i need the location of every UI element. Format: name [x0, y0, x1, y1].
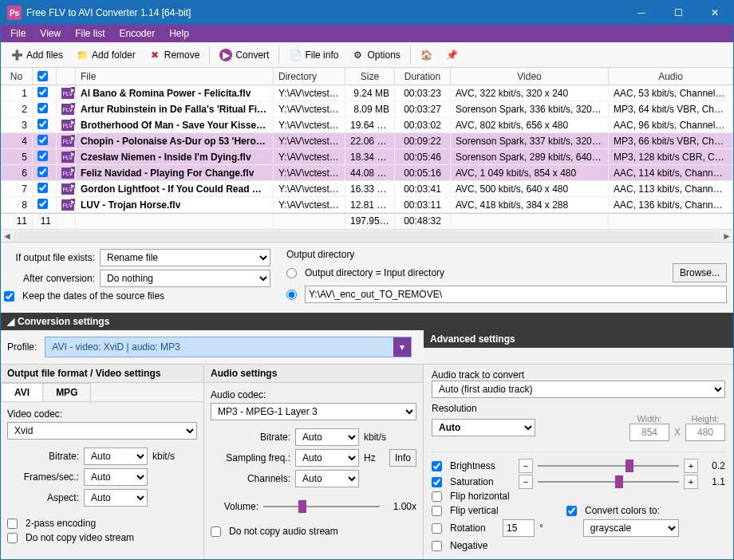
- minimize-button[interactable]: ─: [623, 1, 660, 25]
- add-folder-button[interactable]: 📁Add folder: [71, 46, 140, 64]
- vcodec-select[interactable]: Xvid: [7, 422, 197, 440]
- brightness-minus[interactable]: −: [519, 459, 533, 473]
- path-radio[interactable]: [286, 290, 297, 300]
- table-row[interactable]: 8FLVLUV - Trojan Horse.flvY:\AV\vctest\f…: [1, 197, 733, 213]
- home-button[interactable]: 🏠: [416, 46, 438, 64]
- col-size[interactable]: Size: [345, 68, 395, 85]
- keep-dates-label: Keep the dates of the source files: [22, 290, 164, 302]
- channels-select[interactable]: Auto: [295, 470, 359, 487]
- grid-summary: 11 11 197.95 MB 00:48:32: [1, 213, 733, 229]
- menu-file[interactable]: File: [4, 26, 32, 41]
- res-select[interactable]: Auto: [432, 419, 535, 436]
- abitrate-select[interactable]: Auto: [295, 428, 359, 446]
- saturation-minus[interactable]: −: [519, 475, 533, 489]
- h-scrollbar[interactable]: ◄ ►: [1, 229, 733, 242]
- fps-select[interactable]: Auto: [84, 468, 148, 486]
- row-check[interactable]: [37, 135, 48, 145]
- info-button[interactable]: Info: [389, 449, 416, 467]
- convert-colors-check[interactable]: [566, 506, 577, 516]
- options-button[interactable]: ⚙Options: [346, 46, 404, 64]
- close-button[interactable]: ✕: [697, 1, 733, 25]
- remove-icon: ✖: [148, 49, 161, 61]
- pin-button[interactable]: 📌: [441, 46, 464, 64]
- titlebar: Ps Free FLV to AVI Converter 1.14 [64-bi…: [1, 1, 733, 25]
- if-exists-label: If output file exists:: [7, 252, 95, 263]
- table-row[interactable]: 6FLVFeliz Navidad - Playing For Change.f…: [1, 165, 733, 181]
- col-dur[interactable]: Duration: [395, 68, 451, 85]
- same-dir-radio[interactable]: [286, 268, 297, 278]
- scroll-left-icon[interactable]: ◄: [1, 231, 14, 242]
- chevron-down-icon: ▾: [393, 337, 411, 357]
- saturation-slider[interactable]: [538, 475, 679, 488]
- twopass-check[interactable]: [7, 519, 18, 529]
- col-aud[interactable]: Audio: [609, 68, 733, 85]
- scroll-right-icon[interactable]: ►: [720, 231, 733, 242]
- browse-button[interactable]: Browse...: [673, 263, 727, 282]
- remove-button[interactable]: ✖Remove: [144, 46, 205, 64]
- tab-mpg[interactable]: MPG: [42, 383, 91, 401]
- menu-filelist[interactable]: File list: [69, 26, 111, 41]
- output-panel: If output file exists: Rename file After…: [1, 243, 733, 313]
- brightness-slider[interactable]: [538, 459, 679, 472]
- table-row[interactable]: 1FLVAl Bano & Romina Power - Felicita.fl…: [1, 85, 733, 101]
- flv-icon: FLV: [61, 104, 74, 115]
- grayscale-select[interactable]: grayscale: [583, 519, 679, 537]
- table-row[interactable]: 4FLVChopin - Polonaise As-Dur op 53 'Her…: [1, 133, 733, 149]
- vcodec-label: Video codec:: [7, 408, 197, 420]
- res-label: Resolution: [432, 403, 725, 414]
- row-check[interactable]: [37, 87, 48, 97]
- check-all[interactable]: [37, 71, 48, 81]
- col-file[interactable]: File: [76, 68, 274, 85]
- acodec-select[interactable]: MP3 - MPEG-1 Layer 3: [211, 403, 416, 420]
- flv-icon: FLV: [61, 120, 74, 131]
- abitrate-label: Bitrate:: [211, 432, 290, 443]
- table-row[interactable]: 3FLVBrotherhood Of Man - Save Your Kisse…: [1, 117, 733, 133]
- convert-button[interactable]: ▶Convert: [215, 46, 274, 64]
- fliph-check[interactable]: [432, 491, 442, 502]
- if-exists-select[interactable]: Rename file: [100, 249, 270, 266]
- keep-dates-check[interactable]: [4, 291, 14, 302]
- row-check[interactable]: [37, 151, 48, 161]
- volume-slider[interactable]: [263, 500, 380, 513]
- rotation-check[interactable]: [432, 523, 442, 534]
- table-row[interactable]: 7FLVGordon Lightfoot - If You Could Read…: [1, 181, 733, 197]
- nocopy-audio-check[interactable]: [211, 526, 221, 537]
- row-check[interactable]: [37, 199, 48, 209]
- row-check[interactable]: [37, 103, 48, 113]
- outdir-input[interactable]: [305, 286, 727, 303]
- freq-select[interactable]: Auto: [295, 449, 359, 467]
- negative-check[interactable]: [432, 541, 442, 551]
- conversion-header[interactable]: ◢Conversion settings: [1, 313, 733, 330]
- table-row[interactable]: 2FLVArtur Rubinstein in De Falla's 'Ritu…: [1, 101, 733, 117]
- row-check[interactable]: [37, 167, 48, 177]
- track-label: Audio track to convert: [432, 369, 725, 381]
- saturation-plus[interactable]: +: [684, 475, 698, 489]
- maximize-button[interactable]: ☐: [660, 1, 697, 25]
- file-info-button[interactable]: 📄File info: [284, 46, 343, 64]
- row-check[interactable]: [37, 183, 48, 193]
- table-row[interactable]: 5FLVCzesław Niemen - Inside I'm Dying.fl…: [1, 149, 733, 165]
- row-check[interactable]: [37, 119, 48, 129]
- brightness-plus[interactable]: +: [684, 459, 698, 473]
- vbitrate-select[interactable]: Auto: [84, 448, 148, 465]
- collapse-icon: ◢: [7, 316, 14, 327]
- menu-view[interactable]: View: [34, 26, 67, 41]
- col-no[interactable]: No: [1, 68, 33, 85]
- track-select[interactable]: Auto (first audio track): [432, 381, 725, 398]
- flipv-check[interactable]: [432, 506, 442, 516]
- volume-value: 1.00x: [385, 501, 416, 512]
- col-vid[interactable]: Video: [451, 68, 609, 85]
- aspect-select[interactable]: Auto: [84, 489, 148, 507]
- brightness-check[interactable]: [432, 461, 442, 471]
- rotation-input[interactable]: [503, 519, 535, 537]
- tab-avi[interactable]: AVI: [1, 383, 43, 401]
- nocopy-video-check[interactable]: [7, 533, 18, 543]
- add-files-button[interactable]: ➕Add files: [6, 46, 68, 64]
- saturation-check[interactable]: [432, 477, 442, 487]
- menu-help[interactable]: Help: [163, 26, 195, 41]
- profile-select[interactable]: AVI - video: XviD | audio: MP3 ▾: [45, 337, 412, 357]
- after-conv-select[interactable]: Do nothing: [100, 270, 270, 287]
- col-dir[interactable]: Directory: [274, 68, 345, 85]
- col-check[interactable]: [33, 68, 57, 85]
- menu-encoder[interactable]: Encoder: [112, 26, 161, 41]
